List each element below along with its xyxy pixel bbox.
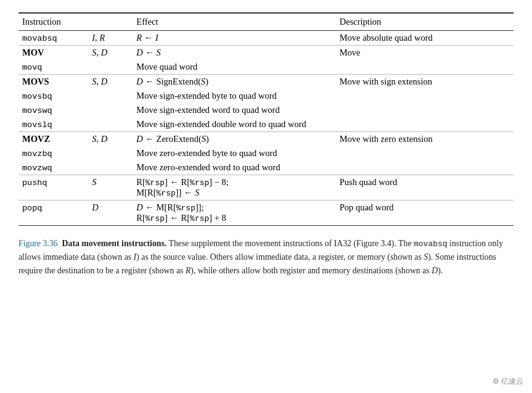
caption-bold-text: Data movement instructions.	[62, 239, 167, 248]
effect-value: Move sign-extended double word to quad w…	[136, 119, 306, 129]
instr-label: movswq	[22, 106, 52, 115]
operands-value: S, D	[92, 134, 107, 144]
watermark: ⚙ 亿速云	[493, 376, 523, 387]
instr-cell: movslq	[18, 117, 88, 132]
table-row: movzwq Move zero-extended word to quad w…	[18, 160, 514, 175]
instr-cell: movsbq	[18, 89, 88, 103]
watermark-text: 亿速云	[501, 377, 523, 386]
figure-caption: Figure 3.36 Data movement instructions. …	[18, 234, 514, 283]
effect-cell: Move sign-extended double word to quad w…	[133, 117, 335, 132]
desc-value: Pop quad word	[340, 202, 394, 212]
desc-cell	[336, 160, 514, 175]
table-row: popq D D ← M[R[%rsp]]; R[%rsp] ← R[%rsp]…	[18, 201, 514, 226]
effect-line1: D ← M[R[%rsp]];	[136, 202, 203, 212]
desc-cell	[336, 103, 514, 117]
operands-value: S, D	[92, 48, 107, 57]
operands-cell: S, D	[88, 75, 133, 89]
instr-label: movq	[22, 63, 42, 72]
effect-cell: D ← ZeroExtend(S)	[133, 132, 335, 147]
header-effect: Effect	[133, 14, 335, 31]
desc-cell: Move with zero extension	[336, 132, 514, 147]
table-row: pushq S R[%rsp] ← R[%rsp] − 8; M[R[%rsp]…	[18, 175, 514, 201]
table-row: movabsq I, R R ← I Move absolute quad wo…	[18, 31, 514, 46]
instr-cell: pushq	[18, 175, 88, 201]
instr-cell: MOVS	[18, 75, 88, 89]
instr-cell: movzwq	[18, 160, 88, 175]
operands-cell: S	[88, 175, 133, 201]
effect-value: Move sign-extended word to quad word	[136, 105, 279, 115]
effect-cell: R ← I	[133, 31, 335, 46]
effect-cell: D ← S	[133, 46, 335, 60]
table-row: movswq Move sign-extended word to quad w…	[18, 103, 514, 117]
operands-cell	[88, 89, 133, 103]
effect-cell: Move zero-extended word to quad word	[133, 160, 335, 175]
effect-value: Move quad word	[136, 62, 197, 72]
instr-label: movzwq	[22, 163, 52, 173]
instr-cell: popq	[18, 201, 88, 226]
instr-label: MOVZ	[22, 134, 50, 144]
table-header-row: Instruction Effect Description	[18, 14, 514, 31]
header-instruction: Instruction	[18, 14, 88, 31]
watermark-icon: ⚙	[493, 377, 499, 386]
operands-value: D	[92, 202, 98, 212]
operands-cell: S, D	[88, 132, 133, 147]
desc-cell: Move absolute quad word	[336, 31, 514, 46]
operands-cell	[88, 160, 133, 175]
operands-cell: I, R	[88, 31, 133, 46]
instr-label: MOV	[22, 48, 44, 57]
instr-label: movslq	[22, 120, 52, 130]
operands-cell: S, D	[88, 46, 133, 60]
operands-value: S	[92, 177, 96, 187]
table-row: MOVS S, D D ← SignExtend(S) Move with si…	[18, 75, 514, 89]
effect-cell: Move sign-extended byte to quad word	[133, 89, 335, 103]
desc-cell	[336, 60, 514, 75]
effect-cell: R[%rsp] ← R[%rsp] − 8; M[R[%rsp]] ← S	[133, 175, 335, 201]
desc-cell: Push quad word	[336, 175, 514, 201]
effect-value: Move zero-extended word to quad word	[136, 162, 280, 172]
effect-value: D ← SignExtend(S)	[136, 77, 208, 86]
desc-cell: Move with sign extension	[336, 75, 514, 89]
operands-value: I, R	[92, 33, 105, 43]
operands-cell	[88, 60, 133, 75]
effect-cell: Move zero-extended byte to quad word	[133, 146, 335, 160]
instr-cell: MOV	[18, 46, 88, 60]
effect-cell: D ← M[R[%rsp]]; R[%rsp] ← R[%rsp] + 8	[133, 201, 335, 226]
desc-cell	[336, 89, 514, 103]
page-container: Instruction Effect Description movabsq I…	[0, 0, 532, 393]
desc-cell	[336, 117, 514, 132]
instr-cell: movabsq	[18, 31, 88, 46]
desc-value: Move with sign extension	[340, 77, 432, 86]
desc-cell	[336, 146, 514, 160]
effect-cell: Move quad word	[133, 60, 335, 75]
effect-line2: M[R[%rsp]] ← S	[136, 188, 199, 197]
instr-label: movzbq	[22, 149, 52, 159]
effect-line1: R[%rsp] ← R[%rsp] − 8;	[136, 177, 229, 187]
effect-cell: Move sign-extended word to quad word	[133, 103, 335, 117]
instruction-table: Instruction Effect Description movabsq I…	[18, 14, 514, 225]
effect-value: Move sign-extended byte to quad word	[136, 91, 277, 101]
instr-cell: MOVZ	[18, 132, 88, 147]
operands-cell	[88, 146, 133, 160]
table-row: movslq Move sign-extended double word to…	[18, 117, 514, 132]
desc-cell: Pop quad word	[336, 201, 514, 226]
operands-cell	[88, 103, 133, 117]
operands-cell	[88, 117, 133, 132]
effect-value: D ← S	[136, 48, 160, 57]
table-row: movzbq Move zero-extended byte to quad w…	[18, 146, 514, 160]
desc-value: Push quad word	[340, 177, 397, 187]
header-description: Description	[336, 14, 514, 31]
effect-value: D ← ZeroExtend(S)	[136, 134, 209, 144]
caption-figure-label: Figure 3.36	[18, 239, 58, 248]
effect-value: R ← I	[136, 33, 158, 43]
instr-label: movabsq	[22, 34, 57, 43]
effect-value: Move zero-extended byte to quad word	[136, 148, 277, 158]
instr-cell: movzbq	[18, 146, 88, 160]
desc-value: Move absolute quad word	[340, 33, 433, 43]
instr-cell: movswq	[18, 103, 88, 117]
desc-cell: Move	[336, 46, 514, 60]
instruction-table-wrapper: Instruction Effect Description movabsq I…	[18, 12, 514, 226]
instr-label: pushq	[22, 178, 47, 188]
table-row: movq Move quad word	[18, 60, 514, 75]
desc-value: Move with zero extension	[340, 134, 433, 144]
operands-cell: D	[88, 201, 133, 226]
